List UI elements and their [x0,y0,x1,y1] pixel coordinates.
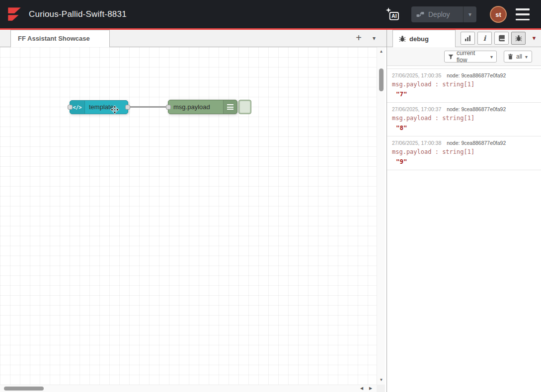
header: Curious-Pallid-Swift-8831 AI Deploy ▾ st [0,0,541,30]
bug-icon [515,35,522,42]
vertical-scrollbar[interactable]: ▲ ▼ [377,47,385,385]
user-avatar[interactable]: st [490,6,507,23]
wire[interactable] [127,106,170,108]
debug-value[interactable]: "8" [392,124,536,131]
chevron-down-icon: ▾ [525,54,528,60]
sidebar: debug i [386,30,541,392]
debug-property[interactable]: msg.payload : string[1] [392,81,536,88]
trash-icon [508,54,513,60]
scroll-down-arrow-icon[interactable]: ▼ [377,377,386,384]
menu-icon-bar [516,19,530,21]
debug-clear-button[interactable]: all ▾ [504,51,532,63]
add-flow-button[interactable]: + [352,30,366,47]
deploy-options-chevron-icon[interactable]: ▾ [464,11,476,18]
menu-icon-bar [516,13,530,15]
workspace-tabbar: FF Assistant Showcase + ▾ [0,30,386,47]
debug-message-meta: 27/06/2025, 17:00:37 node: 9cea886877e0f… [392,106,536,112]
ai-assistant-icon: AI [385,6,400,22]
node-red-app: Curious-Pallid-Swift-8831 AI Deploy ▾ st [0,0,541,392]
scroll-up-arrow-icon[interactable]: ▲ [377,48,386,55]
info-icon: i [483,34,486,42]
output-port[interactable] [125,105,130,110]
tab-label: FF Assistant Showcase [18,35,90,42]
debug-property[interactable]: msg.payload : string[1] [392,148,536,155]
clear-scope-label: all [516,53,522,60]
debug-message[interactable]: 27/06/2025, 17:00:37 node: 9cea886877e0f… [387,103,541,136]
sidebar-tabbar: debug i [387,30,541,47]
node-label: msg.payload [173,100,210,114]
instance-title: Curious-Pallid-Swift-8831 [29,0,127,28]
debug-timestamp: 27/06/2025, 17:00:38 [392,140,441,146]
input-port[interactable] [68,105,73,110]
scroll-left-arrow-icon[interactable]: ◀ [358,385,366,392]
svg-text:AI: AI [391,13,397,19]
horizontal-scroll-thumb[interactable] [4,387,44,391]
sidebar-tab-debug-icon[interactable] [511,32,526,45]
debug-message-meta: 27/06/2025, 17:00:35 node: 9cea886877e0f… [392,72,536,78]
bug-icon [399,35,406,42]
debug-list-icon [223,100,237,114]
move-cursor-icon [110,105,120,115]
debug-timestamp: 27/06/2025, 17:00:37 [392,106,441,112]
sidebar-options-chevron-icon[interactable]: ▾ [528,32,540,45]
flow-canvas[interactable]: </> template msg.payload [0,47,377,385]
vertical-scroll-thumb[interactable] [379,68,384,91]
horizontal-scrollbar[interactable]: ◀ ▶ [0,385,377,392]
debug-value[interactable]: "9" [392,158,536,165]
deploy-icon [416,11,424,18]
ai-assistant-button[interactable]: AI [383,5,402,23]
scroll-right-arrow-icon[interactable]: ▶ [367,385,375,392]
debug-filter-bar: current flow ▾ all ▾ [387,47,541,66]
scrollbar-corner [377,385,385,392]
avatar-initials: st [495,11,501,18]
debug-filter-button[interactable]: current flow ▾ [444,51,497,63]
debug-property[interactable]: msg.payload : string[1] [392,115,536,122]
debug-node-id: node: 9cea886877e0fa92 [447,72,506,78]
sidebar-tab-dashboard[interactable] [461,32,475,45]
debug-message-list: 27/06/2025, 17:00:35 node: 9cea886877e0f… [387,66,541,170]
debug-enable-toggle[interactable] [238,100,251,114]
debug-message-meta: 27/06/2025, 17:00:38 node: 9cea886877e0f… [392,140,536,146]
node-debug[interactable]: msg.payload [168,100,237,114]
menu-icon-bar [516,8,530,10]
filter-label: current flow [457,50,487,64]
debug-message[interactable]: 27/06/2025, 17:00:38 node: 9cea886877e0f… [387,136,541,170]
flow-list-chevron-icon[interactable]: ▾ [368,30,381,47]
debug-node-id: node: 9cea886877e0fa92 [447,140,506,146]
filter-icon [448,54,454,60]
sidebar-tab-info[interactable]: i [477,32,492,45]
chevron-down-icon: ▾ [490,54,493,60]
debug-message[interactable]: 27/06/2025, 17:00:35 node: 9cea886877e0f… [387,68,541,103]
debug-node-id: node: 9cea886877e0fa92 [447,106,506,112]
sidebar-tab-debug[interactable]: debug [392,30,456,47]
main-menu-button[interactable] [516,8,530,20]
deploy-button[interactable]: Deploy ▾ [411,6,476,22]
debug-timestamp: 27/06/2025, 17:00:35 [392,72,441,78]
sidebar-tab-help[interactable] [494,32,509,45]
debug-value[interactable]: "7" [392,90,536,98]
book-icon [498,35,505,42]
chart-icon [464,35,471,42]
sidebar-tab-label: debug [409,35,429,43]
tab-ff-assistant-showcase[interactable]: FF Assistant Showcase [10,30,110,47]
input-port[interactable] [166,105,171,110]
deploy-label: Deploy [428,10,450,18]
flowfuse-logo [6,5,23,22]
